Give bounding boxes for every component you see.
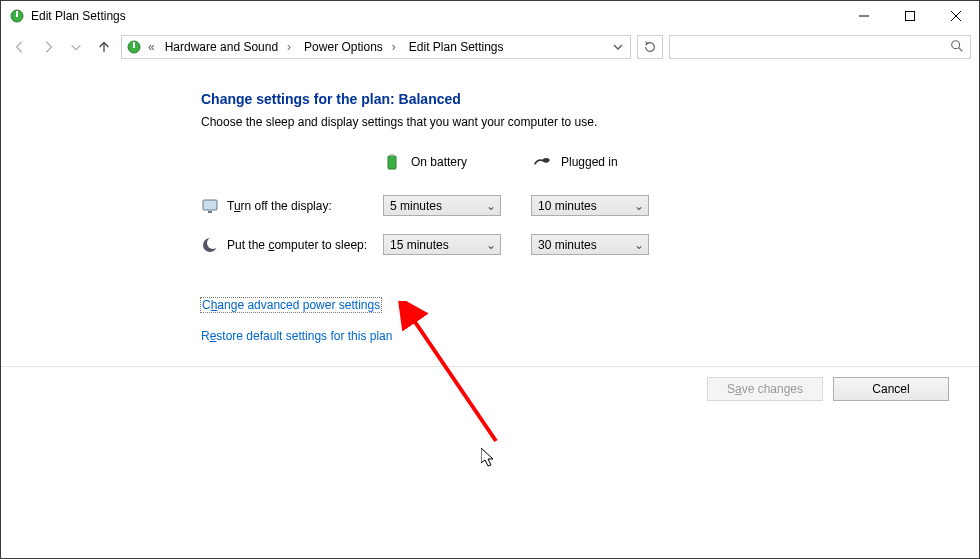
cancel-button[interactable]: Cancel bbox=[833, 377, 949, 401]
sleep-plugged-select[interactable]: 30 minutes ⌄ bbox=[531, 234, 649, 255]
column-headers: On battery Plugged in bbox=[383, 153, 939, 171]
nav-arrows bbox=[9, 36, 115, 58]
breadcrumb-segment[interactable]: Edit Plan Settings bbox=[405, 40, 508, 54]
select-value: 15 minutes bbox=[390, 238, 449, 252]
svg-rect-15 bbox=[208, 211, 212, 213]
svg-rect-3 bbox=[906, 12, 915, 21]
turn-off-display-label: Turn off the display: bbox=[201, 197, 383, 215]
svg-rect-11 bbox=[388, 156, 396, 169]
breadcrumb-text: Power Options bbox=[300, 40, 387, 54]
chevron-down-icon: ⌄ bbox=[486, 199, 496, 213]
turn-off-display-row: Turn off the display: 5 minutes ⌄ 10 min… bbox=[201, 195, 939, 216]
display-plugged-select[interactable]: 10 minutes ⌄ bbox=[531, 195, 649, 216]
svg-point-9 bbox=[952, 40, 960, 48]
footer: Save changes Cancel bbox=[1, 366, 979, 410]
change-advanced-power-settings-link[interactable]: Change advanced power settings bbox=[200, 297, 382, 313]
display-icon bbox=[201, 197, 219, 215]
sleep-row: Put the computer to sleep: 15 minutes ⌄ … bbox=[201, 234, 939, 255]
moon-icon bbox=[201, 236, 219, 254]
title-bar-left: Edit Plan Settings bbox=[1, 8, 126, 24]
recent-locations-button[interactable] bbox=[65, 36, 87, 58]
chevron-right-icon[interactable]: › bbox=[282, 40, 296, 54]
display-battery-select[interactable]: 5 minutes ⌄ bbox=[383, 195, 501, 216]
mouse-cursor-icon bbox=[481, 448, 497, 468]
maximize-button[interactable] bbox=[887, 1, 933, 31]
battery-icon bbox=[383, 153, 401, 171]
search-box[interactable] bbox=[669, 35, 971, 59]
svg-rect-1 bbox=[16, 11, 18, 17]
forward-button[interactable] bbox=[37, 36, 59, 58]
page-title: Change settings for the plan: Balanced bbox=[201, 91, 939, 107]
svg-line-10 bbox=[959, 47, 963, 51]
search-icon bbox=[950, 39, 964, 56]
sleep-battery-select[interactable]: 15 minutes ⌄ bbox=[383, 234, 501, 255]
chevron-right-icon[interactable]: › bbox=[387, 40, 401, 54]
save-changes-button[interactable]: Save changes bbox=[707, 377, 823, 401]
close-button[interactable] bbox=[933, 1, 979, 31]
power-options-icon bbox=[126, 39, 142, 55]
svg-rect-14 bbox=[203, 200, 217, 210]
restore-defaults-link[interactable]: Restore default settings for this plan bbox=[201, 329, 392, 343]
chevron-down-icon: ⌄ bbox=[634, 238, 644, 252]
breadcrumb-text: Edit Plan Settings bbox=[405, 40, 508, 54]
plugged-in-header: Plugged in bbox=[533, 153, 683, 171]
page-subtitle: Choose the sleep and display settings th… bbox=[201, 115, 939, 129]
on-battery-header: On battery bbox=[383, 153, 533, 171]
back-button[interactable] bbox=[9, 36, 31, 58]
address-history-button[interactable] bbox=[610, 42, 626, 52]
svg-rect-8 bbox=[133, 42, 135, 48]
chevron-down-icon: ⌄ bbox=[486, 238, 496, 252]
breadcrumb-text: Hardware and Sound bbox=[161, 40, 282, 54]
svg-point-17 bbox=[207, 237, 219, 249]
refresh-button[interactable] bbox=[637, 35, 663, 59]
address-bar[interactable]: « Hardware and Sound › Power Options › E… bbox=[121, 35, 631, 59]
power-options-icon bbox=[9, 8, 25, 24]
select-value: 5 minutes bbox=[390, 199, 442, 213]
plugged-in-label: Plugged in bbox=[561, 155, 618, 169]
breadcrumb-prefix: « bbox=[146, 40, 157, 54]
select-value: 30 minutes bbox=[538, 238, 597, 252]
window-title: Edit Plan Settings bbox=[31, 9, 126, 23]
edit-plan-settings-window: Edit Plan Settings bbox=[0, 0, 980, 559]
minimize-button[interactable] bbox=[841, 1, 887, 31]
on-battery-label: On battery bbox=[411, 155, 467, 169]
content-area: Change settings for the plan: Balanced C… bbox=[1, 67, 979, 558]
select-value: 10 minutes bbox=[538, 199, 597, 213]
breadcrumb-segment[interactable]: Hardware and Sound › bbox=[161, 40, 296, 54]
plug-icon bbox=[533, 153, 551, 171]
title-bar: Edit Plan Settings bbox=[1, 1, 979, 31]
chevron-down-icon: ⌄ bbox=[634, 199, 644, 213]
svg-rect-12 bbox=[390, 154, 394, 156]
navigation-row: « Hardware and Sound › Power Options › E… bbox=[1, 31, 979, 67]
svg-marker-20 bbox=[481, 448, 493, 466]
window-controls bbox=[841, 1, 979, 31]
svg-point-13 bbox=[543, 158, 550, 163]
breadcrumb-segment[interactable]: Power Options › bbox=[300, 40, 401, 54]
links-section: Change advanced power settings Restore d… bbox=[201, 297, 939, 359]
up-button[interactable] bbox=[93, 36, 115, 58]
sleep-label: Put the computer to sleep: bbox=[201, 236, 383, 254]
